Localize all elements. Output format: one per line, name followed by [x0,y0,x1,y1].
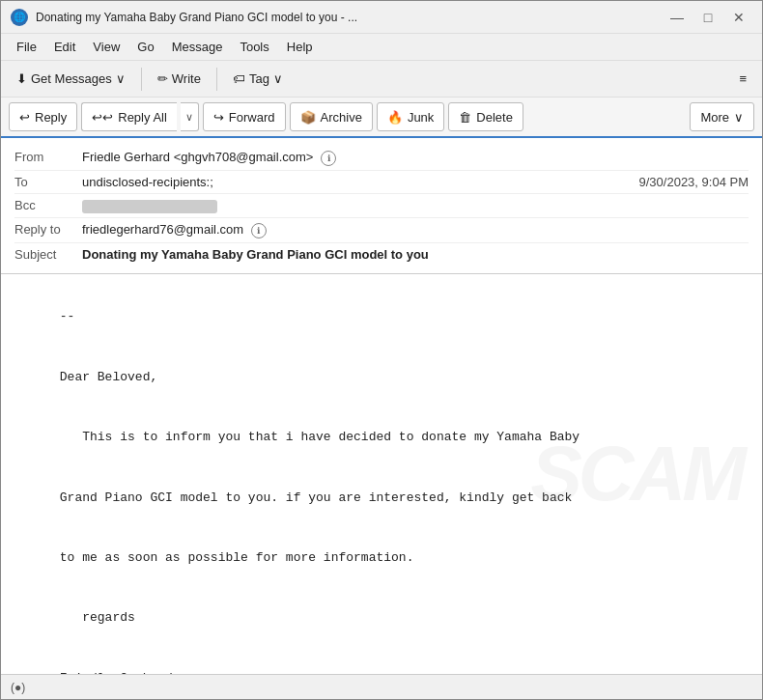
from-contact-icon[interactable]: ℹ [321,151,336,166]
reply-all-button[interactable]: ↩↩ Reply All [81,102,177,131]
body-line3: This is to inform you that i have decide… [60,430,579,444]
tag-dropdown-icon[interactable]: ∨ [273,71,283,86]
body-line5: to me as soon as possible for more infor… [60,550,414,565]
to-label: To [14,175,82,189]
from-row: From Friedle Gerhard <ghgvh708@gmail.com… [14,146,749,171]
status-icon: (●) [11,681,25,694]
email-body: SCAM -- Dear Beloved, This is to inform … [1,274,762,674]
toolbar-sep-1 [141,68,142,91]
subject-value: Donating my Yamaha Baby Grand Piano GCI … [82,247,749,262]
reply-icon: ↩ [19,110,30,125]
to-value: undisclosed-recipients:; [82,175,639,189]
reply-to-contact-icon[interactable]: ℹ [251,223,267,238]
reply-to-row: Reply to friedlegerhard76@gmail.com ℹ [14,218,749,243]
delete-label: Delete [476,110,513,125]
body-line2: Dear Beloved, [60,370,157,384]
menu-go[interactable]: Go [129,37,161,57]
menu-view[interactable]: View [85,37,127,57]
hamburger-icon: ≡ [739,71,747,86]
bcc-value [82,198,749,213]
reply-to-label: Reply to [14,222,82,237]
reply-all-label: Reply All [118,110,167,125]
title-bar-controls: — □ ✕ [664,7,752,28]
hamburger-menu-button[interactable]: ≡ [731,68,754,90]
get-messages-button[interactable]: ⬇ Get Messages ∨ [9,68,133,90]
from-label: From [14,150,82,164]
delete-icon: 🗑 [459,110,471,125]
tag-icon: 🏷 [233,71,245,86]
subject-label: Subject [14,247,82,262]
junk-icon: 🔥 [387,110,403,125]
write-button[interactable]: ✏ Write [150,68,209,90]
body-line6: regards [60,610,135,625]
write-label: Write [172,71,201,86]
tag-label: Tag [249,71,269,86]
title-bar-left: 🌐 Donating my Yamaha Baby Grand Piano GC… [11,9,357,26]
junk-label: Junk [408,110,434,125]
bcc-blurred [82,200,217,213]
reply-all-icon: ↩↩ [92,110,113,125]
forward-button[interactable]: ↪ Forward [203,102,286,131]
app-icon: 🌐 [11,9,28,26]
reply-to-email: friedlegerhard76@gmail.com [82,222,243,237]
menu-message[interactable]: Message [164,37,231,57]
email-body-content: -- Dear Beloved, This is to inform you t… [14,288,749,674]
menu-edit[interactable]: Edit [46,37,83,57]
body-line7: Friedle Gerhard [60,671,173,674]
title-bar: 🌐 Donating my Yamaha Baby Grand Piano GC… [1,1,762,34]
more-dropdown-icon: ∨ [734,110,744,125]
reply-label: Reply [35,110,67,125]
get-messages-label: Get Messages [31,71,112,86]
bcc-label: Bcc [14,198,82,212]
reply-to-value: friedlegerhard76@gmail.com ℹ [82,222,749,238]
menu-file[interactable]: File [9,37,44,57]
junk-button[interactable]: 🔥 Junk [377,102,444,131]
status-bar: (●) [1,674,762,699]
more-label: More [700,110,729,125]
email-header: From Friedle Gerhard <ghgvh708@gmail.com… [1,138,762,274]
menu-tools[interactable]: Tools [232,37,276,57]
menu-help[interactable]: Help [279,37,321,57]
tag-button[interactable]: 🏷 Tag ∨ [225,68,291,90]
window-title: Donating my Yamaha Baby Grand Piano GCI … [36,11,357,24]
from-email: <ghgvh708@gmail.com> [174,150,314,164]
subject-text: Donating my Yamaha Baby Grand Piano GCI … [82,247,429,262]
archive-label: Archive [321,110,362,125]
get-messages-dropdown-icon[interactable]: ∨ [116,71,126,86]
get-messages-icon: ⬇ [16,71,27,86]
email-date: 9/30/2023, 9:04 PM [639,175,749,189]
archive-icon: 📦 [300,110,316,125]
maximize-button[interactable]: □ [694,7,721,28]
reply-dropdown-button[interactable]: ∨ [181,102,199,131]
forward-label: Forward [229,110,275,125]
to-row: To undisclosed-recipients:; 9/30/2023, 9… [14,171,749,194]
bcc-row: Bcc [14,194,749,218]
email-window: 🌐 Donating my Yamaha Baby Grand Piano GC… [0,0,763,700]
body-line4: Grand Piano GCI model to you. if you are… [60,490,573,505]
app-icon-letter: 🌐 [14,12,25,22]
minimize-button[interactable]: — [664,7,691,28]
from-value: Friedle Gerhard <ghgvh708@gmail.com> ℹ [82,150,749,166]
write-icon: ✏ [157,71,168,86]
delete-button[interactable]: 🗑 Delete [448,102,523,131]
main-toolbar: ⬇ Get Messages ∨ ✏ Write 🏷 Tag ∨ ≡ [1,61,762,98]
forward-icon: ↪ [213,110,224,125]
body-line1: -- [60,309,75,323]
more-button[interactable]: More ∨ [690,102,754,131]
from-name: Friedle Gerhard [82,150,170,164]
archive-button[interactable]: 📦 Archive [290,102,373,131]
close-button[interactable]: ✕ [725,7,752,28]
reply-button[interactable]: ↩ Reply [9,102,77,131]
subject-row: Subject Donating my Yamaha Baby Grand Pi… [14,243,749,266]
toolbar-sep-2 [216,68,217,91]
action-toolbar: ↩ Reply ↩↩ Reply All ∨ ↪ Forward 📦 Archi… [1,98,762,138]
menu-bar: File Edit View Go Message Tools Help [1,34,762,61]
